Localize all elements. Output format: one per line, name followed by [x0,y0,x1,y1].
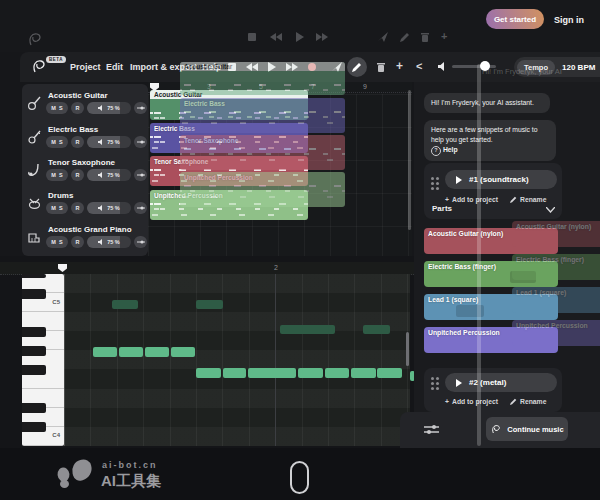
track-row[interactable]: Drums MS R 75 % [22,190,148,223]
rename-button[interactable]: Rename [510,196,546,203]
menu-edit[interactable]: Edit [106,62,123,72]
part-lead-1-square[interactable]: Lead 1 (square) [424,294,558,320]
record-arm-button[interactable]: R [71,169,84,181]
menu-project[interactable]: Project [70,62,101,72]
help-link[interactable]: Help [443,146,458,153]
track-volume-control[interactable]: 75 % [87,202,131,214]
piano-keyboard[interactable]: C5 C4 [22,274,64,446]
snippet-play-button[interactable]: #1 (soundtrack) [445,170,557,189]
play-icon [296,32,304,42]
continue-music-button[interactable]: Continue music [486,417,568,441]
help-icon: ? [431,146,441,156]
snippet-name: #2 (metal) [469,378,506,387]
clip-label: Unpitched Percussion [154,192,223,199]
part-electric-bass-finger[interactable]: Electric Bass (finger) [424,261,558,287]
clip-electric-bass[interactable]: Electric Bass [150,123,308,153]
menu-import-export[interactable]: Import & export [130,62,197,72]
part-unpitched-percussion[interactable]: Unpitched Percussion [424,327,558,353]
record-arm-button[interactable]: R [71,236,84,248]
app-stage: Get started Sign in + BETA Project Edit … [0,0,600,500]
piano-roll-grid[interactable] [64,274,410,446]
sign-in-link[interactable]: Sign in [554,15,584,25]
track-settings-button[interactable] [134,102,147,114]
fast-forward-button[interactable] [286,63,298,71]
track-row[interactable]: Acoustic Grand Piano MS R 75 % [22,224,148,257]
black-key[interactable] [22,289,46,299]
rename-button[interactable]: Rename [510,398,546,405]
black-key[interactable] [22,422,46,432]
pointer-tool-button[interactable] [332,62,342,72]
playhead-marker[interactable] [58,264,67,272]
plus-icon: + [441,30,447,42]
trash-icon [421,32,429,42]
cut-tool-button[interactable]: < [416,60,422,72]
track-settings-button[interactable] [134,136,147,148]
track-row[interactable]: Electric Bass MS R 75 % [22,124,148,157]
black-key[interactable] [22,274,46,278]
vertical-scrollbar[interactable] [408,90,411,230]
vertical-scrollbar[interactable] [406,332,409,366]
track-volume-control[interactable]: 75 % [87,102,131,114]
record-arm-button[interactable]: R [71,102,84,114]
drag-handle-icon[interactable] [431,177,434,180]
stop-button[interactable] [228,63,236,71]
get-started-button[interactable]: Get started [486,9,544,29]
play-button[interactable] [268,62,276,72]
track-volume-control[interactable]: 75 % [87,136,131,148]
mute-solo-buttons[interactable]: MS [46,236,68,248]
add-to-project-button[interactable]: +Add to project [445,196,498,203]
track-row[interactable]: Acoustic Guitar MS R 75 % [22,90,148,123]
record-button[interactable] [308,63,316,71]
rewind-button[interactable] [246,63,258,71]
snippet-card-2: #2 (metal) +Add to project Rename [424,368,562,412]
mute-solo-buttons[interactable]: MS [46,102,68,114]
part-acoustic-guitar-nylon[interactable]: Acoustic Guitar (nylon) [424,228,558,254]
acoustic-guitar-icon [27,96,42,111]
track-volume-control[interactable]: 75 % [87,169,131,181]
clip-tenor-saxophone[interactable]: Tenor Saxophone [150,156,308,186]
track-settings-button[interactable] [134,236,147,248]
black-key[interactable] [22,346,46,356]
mute-solo-buttons[interactable]: MS [46,169,68,181]
panel-scrollbar[interactable] [477,64,481,446]
mute-solo-buttons[interactable]: MS [46,202,68,214]
clip-label: Electric Bass [154,125,195,132]
playhead-line [64,274,65,446]
arrangement-view[interactable]: 3 5 7 9 Acoustic Guitar Electric Bass Te… [148,82,412,262]
beta-badge: BETA [46,56,66,63]
part-label: Lead 1 (square) [428,296,478,303]
record-arm-button[interactable]: R [71,136,84,148]
track-settings-button[interactable] [134,202,147,214]
snippet-play-button[interactable]: #2 (metal) [445,373,557,392]
watermark-text: AI工具集 [101,472,161,491]
stop-icon [248,33,256,41]
speaker-icon [98,105,104,111]
track-settings-button[interactable] [134,169,147,181]
volume-icon[interactable] [438,62,447,71]
pencil-tool-button[interactable] [347,57,367,77]
pencil-icon [510,196,517,203]
mute-solo-buttons[interactable]: MS [46,136,68,148]
scroll-indicator [290,461,309,494]
black-key[interactable] [22,365,46,375]
clip-label: Tenor Saxophone [154,158,208,165]
add-tool-button[interactable]: + [396,59,403,73]
record-arm-button[interactable]: R [71,202,84,214]
black-key[interactable] [22,327,46,337]
track-name: Acoustic Guitar [48,91,108,100]
add-to-project-button[interactable]: +Add to project [445,398,498,405]
track-volume-control[interactable]: 75 % [87,236,131,248]
clip-acoustic-guitar[interactable]: Acoustic Guitar [150,90,308,120]
black-key[interactable] [22,403,46,413]
settings-sliders-icon[interactable] [424,424,439,435]
track-row[interactable]: Tenor Saxophone MS R 75 % [22,157,148,190]
delete-tool-button[interactable] [377,62,385,72]
drag-handle-icon[interactable] [431,377,434,380]
watermark-text: ai-bot.cn [102,460,158,470]
menu-help[interactable]: Help [202,62,222,72]
drums-icon [27,196,42,211]
assistant-message: Here are a few snippets of music to help… [424,120,556,161]
clip-unpitched-percussion[interactable]: Unpitched Percussion [150,190,308,220]
assistant-panel: Hi! I'm Fryderyk, your AI assistant. Her… [414,82,600,448]
chevron-down-icon[interactable] [546,207,555,213]
